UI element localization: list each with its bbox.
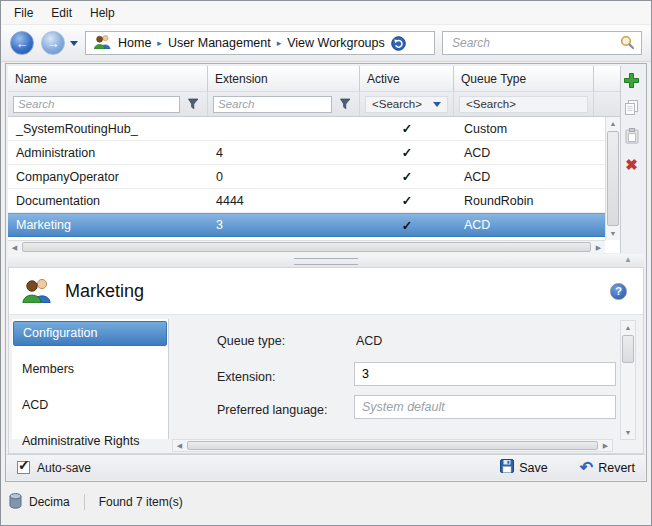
tab-acd[interactable]: ACD	[13, 393, 167, 418]
content-frame: Name Extension Active Queue Type	[5, 63, 647, 482]
tab-members[interactable]: Members	[13, 357, 167, 382]
status-found-text: Found 7 item(s)	[99, 495, 183, 509]
scrollbar-thumb[interactable]	[22, 242, 591, 252]
save-icon	[500, 459, 514, 476]
preferred-language-field[interactable]	[354, 395, 616, 419]
add-icon[interactable]	[623, 71, 641, 89]
active-check-icon: ✓	[360, 121, 454, 136]
delete-icon[interactable]: ✖	[623, 155, 641, 173]
global-search	[442, 31, 642, 55]
breadcrumb-separator-icon: ▸	[157, 39, 162, 48]
filter-cell-queue-type: <Search>	[454, 92, 594, 116]
scroll-right-icon[interactable]: ▶	[592, 241, 605, 253]
table-row[interactable]: _SystemRoutingHub_ ✓ Custom	[8, 117, 605, 141]
column-header-queue-type[interactable]: Queue Type	[454, 66, 594, 91]
preferred-language-label: Preferred language:	[217, 403, 328, 417]
active-check-icon: ✓	[360, 218, 454, 233]
scroll-left-icon[interactable]: ◀	[8, 241, 21, 253]
workgroups-grid: Name Extension Active Queue Type	[8, 66, 621, 253]
scroll-up-icon[interactable]: ▲	[621, 321, 635, 334]
extension-label: Extension:	[217, 370, 275, 384]
column-header-name[interactable]: Name	[8, 66, 208, 91]
active-check-icon: ✓	[360, 145, 454, 160]
revert-button[interactable]: ↶ Revert	[580, 460, 635, 476]
auto-save-checkbox[interactable]: ✓	[17, 461, 30, 474]
form-horizontal-scrollbar: ◀ ▶	[172, 439, 613, 452]
grid-body: _SystemRoutingHub_ ✓ Custom Administrati…	[8, 117, 605, 240]
breadcrumb-view-workgroups[interactable]: View Workgroups	[287, 36, 385, 50]
tab-configuration[interactable]: Configuration	[13, 321, 167, 346]
filter-icon[interactable]	[184, 95, 202, 113]
splitter-handle[interactable]: ▲	[8, 254, 644, 267]
grid-header-row: Name Extension Active Queue Type	[8, 66, 620, 92]
configuration-form: Queue type: ACD Extension: Preferred lan…	[170, 316, 643, 453]
column-header-extension[interactable]: Extension	[208, 66, 360, 91]
scroll-left-icon[interactable]: ◀	[173, 440, 186, 451]
table-row[interactable]: Administration 4 ✓ ACD	[8, 141, 605, 165]
breadcrumb-home[interactable]: Home	[118, 36, 151, 50]
status-divider	[84, 494, 85, 510]
active-check-icon: ✓	[360, 193, 454, 208]
page-title: Marketing	[65, 281, 144, 302]
auto-save-label: Auto-save	[37, 461, 91, 475]
refresh-icon[interactable]	[391, 36, 406, 51]
revert-icon: ↶	[580, 460, 593, 476]
table-row-selected[interactable]: Marketing 3 ✓ ACD	[8, 213, 605, 237]
extension-field[interactable]	[354, 362, 616, 386]
command-bar: ✓ Auto-save Save ↶ Revert	[7, 454, 645, 480]
workgroup-icon	[93, 34, 112, 52]
form-vertical-scrollbar: ▲ ▼	[620, 320, 636, 440]
scrollbar-thumb[interactable]	[607, 131, 619, 226]
history-dropdown-icon[interactable]	[70, 41, 78, 46]
detail-panel: Marketing ? Configuration Members ACD Ad…	[8, 267, 644, 454]
active-filter-select[interactable]: <Search>	[365, 96, 448, 113]
grid-actions-toolbar: ✖	[620, 71, 643, 173]
queue-type-filter-select[interactable]: <Search>	[459, 96, 588, 113]
paste-icon[interactable]	[623, 127, 641, 145]
save-button[interactable]: Save	[500, 459, 548, 476]
scroll-down-icon[interactable]: ▼	[606, 227, 620, 240]
column-header-active[interactable]: Active	[360, 66, 454, 91]
queue-type-label: Queue type:	[217, 334, 285, 348]
detail-header: Marketing ?	[9, 268, 643, 315]
detail-body: Configuration Members ACD Administrative…	[9, 316, 643, 453]
extension-filter-input[interactable]	[213, 96, 332, 113]
menu-edit[interactable]: Edit	[42, 3, 81, 23]
table-row[interactable]: Documentation 4444 ✓ RoundRobin	[8, 189, 605, 213]
filter-cell-filler	[594, 92, 620, 116]
grid-filter-row: <Search> <Search>	[8, 92, 620, 117]
checkbox-check-icon: ✓	[18, 457, 30, 473]
database-icon	[9, 493, 22, 512]
tab-administrative-rights[interactable]: Administrative Rights	[13, 429, 167, 454]
scrollbar-thumb[interactable]	[622, 335, 634, 363]
detail-tab-list: Configuration Members ACD Administrative…	[12, 319, 169, 439]
breadcrumb-separator-icon: ▸	[277, 39, 282, 48]
filter-icon[interactable]	[336, 95, 354, 113]
table-row[interactable]: CompanyOperator 0 ✓ ACD	[8, 165, 605, 189]
active-check-icon: ✓	[360, 169, 454, 184]
grid-vertical-scrollbar: ▲ ▼	[605, 117, 620, 240]
chevron-down-icon	[433, 102, 441, 107]
queue-type-value: ACD	[356, 334, 382, 348]
menu-bar: File Edit Help	[1, 1, 651, 25]
scroll-right-icon[interactable]: ▶	[599, 440, 612, 451]
breadcrumb: Home ▸ User Management ▸ View Workgroups	[85, 31, 435, 55]
forward-button[interactable]: →	[41, 31, 65, 55]
filter-cell-name	[8, 92, 208, 116]
filter-cell-active: <Search>	[360, 92, 454, 116]
menu-file[interactable]: File	[5, 3, 42, 23]
status-bar: Decima Found 7 item(s)	[1, 487, 651, 517]
global-search-input[interactable]	[450, 35, 614, 51]
back-button[interactable]: ←	[10, 31, 34, 55]
column-header-filler	[594, 66, 620, 91]
name-filter-input[interactable]	[13, 96, 180, 113]
scroll-down-icon[interactable]: ▼	[621, 426, 635, 439]
scroll-up-icon[interactable]: ▲	[606, 117, 620, 130]
scrollbar-thumb[interactable]	[187, 441, 598, 450]
help-icon[interactable]: ?	[610, 283, 627, 300]
copy-icon[interactable]	[623, 99, 641, 117]
search-icon[interactable]	[620, 35, 634, 52]
menu-help[interactable]: Help	[81, 3, 124, 23]
breadcrumb-user-management[interactable]: User Management	[168, 36, 271, 50]
collapse-panel-icon[interactable]: ▲	[624, 256, 632, 264]
